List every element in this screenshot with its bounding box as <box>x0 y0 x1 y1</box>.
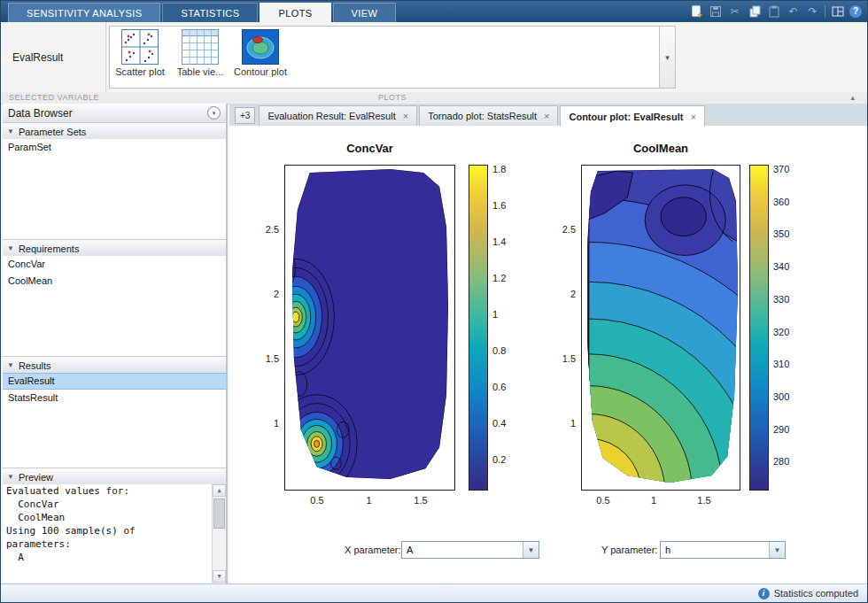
preview-line: A <box>3 551 226 564</box>
y-parameter-dropdown[interactable]: h ▼ <box>660 541 786 559</box>
doctab-tornado-plot[interactable]: Tornado plot: StatsResult × <box>419 105 558 126</box>
table-view-icon <box>182 29 219 65</box>
hidden-tabs-badge[interactable]: +3 <box>235 107 255 124</box>
tick-label: 330 <box>773 294 789 305</box>
contour-axes-coolmean <box>581 165 740 491</box>
tick-label: 360 <box>773 197 789 207</box>
help-icon[interactable]: ? <box>849 5 862 18</box>
chevron-down-icon: ▼ <box>7 473 14 481</box>
contour-plot-icon <box>242 29 279 65</box>
tick-label: 1.5 <box>414 495 427 506</box>
tick-label: 350 <box>773 228 789 239</box>
quick-access-toolbar: ✂ ↶ ↷ ? <box>688 4 862 19</box>
ribbon-section-labels: SELECTED VARIABLE PLOTS ▴ <box>1 92 867 104</box>
preview-scrollbar[interactable]: ▲ ▼ <box>212 484 226 583</box>
tick-label: 1 <box>274 418 279 429</box>
x-parameter-dropdown[interactable]: A ▼ <box>401 541 539 559</box>
toolstrip-tabbar: SENSITIVITY ANALYSIS STATISTICS PLOTS VI… <box>1 1 867 22</box>
preview-line: CoolMean <box>3 511 226 524</box>
plot-title-concvar: ConcVar <box>284 142 455 155</box>
tab-plots[interactable]: PLOTS <box>260 3 330 22</box>
chevron-down-icon[interactable]: ▼ <box>523 542 539 558</box>
tick-label: 1.6 <box>492 200 506 211</box>
close-icon[interactable]: × <box>544 111 549 121</box>
info-icon: i <box>758 588 770 599</box>
plot-title-coolmean: CoolMean <box>581 142 740 155</box>
list-item-coolmean[interactable]: CoolMean <box>3 273 226 290</box>
section-label-selected-variable: SELECTED VARIABLE <box>1 93 107 102</box>
doctab-label: Tornado plot: StatsResult <box>428 111 537 121</box>
list-item-evalresult[interactable]: EvalResult <box>3 373 226 390</box>
x-parameter-label: X parameter: <box>345 545 401 555</box>
colorbar-concvar <box>469 165 488 491</box>
tab-statistics[interactable]: STATISTICS <box>162 3 258 22</box>
chevron-down-icon[interactable]: ▼ <box>769 542 785 558</box>
section-header-parameter-sets[interactable]: ▼ Parameter Sets <box>3 122 226 141</box>
tick-label: 0.8 <box>492 345 506 356</box>
y-axis-ticks-coolmean: 2.521.51 <box>542 165 576 491</box>
close-icon[interactable]: × <box>690 112 695 122</box>
layout-icon[interactable] <box>830 4 845 19</box>
scrollbar-thumb[interactable] <box>213 499 225 529</box>
doctab-label: Contour plot: EvalResult <box>569 112 683 122</box>
colorbar-coolmean <box>749 165 769 491</box>
app-window: SENSITIVITY ANALYSIS STATISTICS PLOTS VI… <box>0 0 868 603</box>
data-browser-panel: Data Browser ▾ ▼ Parameter Sets ParamSet… <box>3 104 228 584</box>
tick-label: 1.5 <box>697 495 710 506</box>
doctab-contour-plot[interactable]: Contour plot: EvalResult × <box>560 105 704 127</box>
tick-label: 290 <box>773 424 789 435</box>
gallery-item-label: Scatter plot <box>115 66 165 77</box>
save-icon[interactable] <box>708 4 723 19</box>
new-script-icon[interactable] <box>688 4 703 19</box>
selected-variable-value: EvalResult <box>1 22 106 92</box>
doctab-evaluation-result[interactable]: Evaluation Result: EvalResult × <box>259 105 417 126</box>
tick-label: 0.5 <box>310 495 323 506</box>
section-header-preview[interactable]: ▼ Preview <box>3 468 226 486</box>
list-item-concvar[interactable]: ConcVar <box>3 256 226 273</box>
redo-icon[interactable]: ↷ <box>805 4 820 19</box>
parameter-sets-list: ParamSet <box>3 139 226 239</box>
chevron-down-icon: ▼ <box>7 128 14 135</box>
tick-label: 1.5 <box>562 353 576 364</box>
paste-icon[interactable] <box>766 4 781 19</box>
section-title: Requirements <box>19 244 79 254</box>
tab-sensitivity-analysis[interactable]: SENSITIVITY ANALYSIS <box>8 3 160 22</box>
scatter-plot-icon <box>121 29 159 65</box>
section-header-results[interactable]: ▼ Results <box>3 356 226 375</box>
list-item-statsresult[interactable]: StatsResult <box>3 390 226 406</box>
chevron-down-icon: ▼ <box>7 244 14 252</box>
scroll-down-icon[interactable]: ▼ <box>213 570 226 583</box>
gallery-item-scatter-plot[interactable]: Scatter plot <box>110 27 170 88</box>
tick-label: 300 <box>773 391 789 402</box>
gallery-dropdown-button[interactable]: ▾ <box>659 27 675 88</box>
undo-icon[interactable]: ↶ <box>786 4 801 19</box>
tick-label: 2 <box>274 289 279 299</box>
list-item-paramset[interactable]: ParamSet <box>3 139 226 156</box>
tick-label: 2.5 <box>562 224 576 235</box>
tab-view[interactable]: VIEW <box>333 3 397 22</box>
tick-label: 1 <box>651 495 656 506</box>
scroll-up-icon[interactable]: ▲ <box>213 484 226 497</box>
gallery-item-contour-plot[interactable]: Contour plot <box>230 27 291 88</box>
doctab-label: Evaluation Result: EvalResult <box>267 111 395 121</box>
cut-icon[interactable]: ✂ <box>727 4 742 19</box>
gallery-item-table-view[interactable]: Table vie... <box>170 27 230 88</box>
section-title: Parameter Sets <box>19 127 86 137</box>
copy-icon[interactable] <box>747 4 762 19</box>
tick-label: 370 <box>773 164 789 174</box>
document-tabstrip: +3 Evaluation Result: EvalResult × Torna… <box>229 104 867 127</box>
preview-line: ConcVar <box>3 498 226 511</box>
plot-type-gallery: Scatter plot Table vie... Contour plot ▾ <box>109 26 676 89</box>
x-axis-ticks-coolmean: 0.511.5 <box>581 495 740 509</box>
close-icon[interactable]: × <box>403 111 408 121</box>
ribbon-collapse-icon[interactable]: ▴ <box>846 92 860 103</box>
tick-label: 0.4 <box>492 418 506 429</box>
tick-label: 0.6 <box>492 382 506 392</box>
preview-line: Using 100 sample(s) of <box>3 524 226 537</box>
section-header-requirements[interactable]: ▼ Requirements <box>3 239 226 258</box>
contour-plot-concvar <box>285 166 454 490</box>
contour-axes-concvar <box>284 165 455 491</box>
data-browser-menu-icon[interactable]: ▾ <box>207 106 221 120</box>
contour-plot-document: ConcVar <box>229 126 867 584</box>
section-title: Results <box>19 360 51 371</box>
